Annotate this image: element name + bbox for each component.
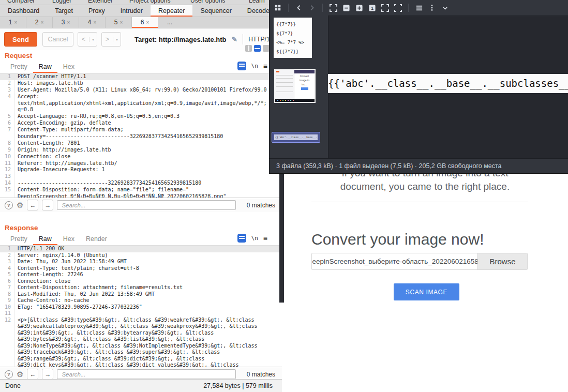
editor-row[interactable]: 3User-Agent: Mozilla/5.0 (X11; Linux x86…	[0, 87, 282, 94]
tab-pretty[interactable]: Pretty	[5, 233, 33, 245]
close-icon[interactable]: ×	[119, 20, 123, 25]
chevron-down-icon[interactable]: ▾	[89, 37, 97, 42]
prev-request-button[interactable]: < ▾	[78, 32, 97, 47]
tab-hex[interactable]: Hex	[57, 233, 80, 245]
tab-project-options[interactable]: Project options	[129, 0, 170, 4]
tab-dashboard[interactable]: Dashboard	[0, 5, 47, 17]
editor-row[interactable]: 9Cache-Control: no-cache	[0, 297, 282, 304]
editor-row[interactable]: 5Content-Length: 27246	[0, 272, 282, 278]
editor-row[interactable]: 4Accept:	[0, 94, 282, 100]
repeater-more-tabs[interactable]: ...	[158, 17, 181, 28]
editor-row[interactable]: 11	[0, 310, 282, 317]
tab-logger[interactable]: Logger	[52, 0, 71, 4]
tab-proxy[interactable]: Proxy	[81, 5, 113, 17]
tab-repeater[interactable]: Repeater	[151, 5, 192, 17]
editor-row[interactable]: 4Content-Type: text/plain; charset=utf-8	[0, 265, 282, 272]
help-icon[interactable]: ?	[5, 370, 13, 379]
close-icon[interactable]: ×	[146, 20, 149, 25]
gear-icon[interactable]: ⚙	[17, 201, 23, 209]
editor-row[interactable]: 10Connection: close	[0, 154, 282, 160]
editor-row[interactable]: 7Content-Disposition: attachment; filena…	[0, 284, 282, 291]
search-next-button[interactable]: →	[42, 369, 53, 380]
tab-render[interactable]: Render	[80, 233, 113, 245]
frameless-icon[interactable]	[394, 4, 402, 12]
list-rows-icon[interactable]	[415, 4, 423, 12]
tab-raw[interactable]: Raw	[33, 61, 57, 73]
repeater-tab-6[interactable]: 6×	[132, 17, 158, 28]
http-version-selector[interactable]: HTTP/1	[248, 36, 270, 43]
tab-raw[interactable]: Raw	[33, 233, 57, 245]
tab-target[interactable]: Target	[47, 5, 81, 17]
search-prev-button[interactable]: ←	[27, 369, 38, 380]
editor-row[interactable]: 10ETag: "1654178329.90895-27246-37703223…	[0, 304, 282, 311]
editor-row[interactable]: 2Host: images.late.htb	[0, 80, 282, 87]
search-input[interactable]	[57, 369, 236, 379]
chevron-down-icon[interactable]	[441, 4, 449, 12]
more-icon[interactable]	[428, 4, 436, 12]
editor-row[interactable]: 11Referer: http://images.late.htb/	[0, 160, 282, 167]
close-icon[interactable]: ×	[67, 20, 70, 25]
editor-row[interactable]: 8Last-Modified: Thu, 02 Jun 2022 13:58:4…	[0, 291, 282, 298]
newline-toggle-icon[interactable]: \n	[251, 63, 258, 69]
repeater-tab-4[interactable]: 4×	[79, 17, 106, 28]
search-input[interactable]	[57, 200, 236, 210]
thumbnail-selected-payload-strip[interactable]: {{'abc'.__class__.__base__.__subclasses_…	[272, 132, 320, 143]
editor-row[interactable]: 1POST /scanner HTTP/1.1	[0, 73, 282, 80]
tab-intruder[interactable]: Intruder	[113, 5, 151, 17]
editor-row[interactable]: 1HTTP/1.1 200 OK	[0, 246, 282, 252]
zoom-in-icon[interactable]	[355, 4, 363, 12]
pencil-icon[interactable]: ✎	[232, 35, 238, 43]
editor-row[interactable]: text/html,application/xhtml+xml,applicat…	[0, 100, 282, 107]
forward-icon[interactable]	[308, 4, 316, 12]
fullscreen-icon[interactable]	[381, 4, 389, 12]
file-input-value[interactable]: DeepinScreenshot_выберите-область_202206…	[312, 253, 477, 269]
response-editor[interactable]: 1HTTP/1.1 200 OK2Server: nginx/1.14.0 (U…	[0, 245, 282, 367]
editor-row[interactable]: q=0.8	[0, 107, 282, 113]
editor-row[interactable]: 12Upgrade-Insecure-Requests: 1	[0, 167, 282, 173]
repeater-tab-3[interactable]: 3×	[53, 17, 79, 28]
close-icon[interactable]: ×	[40, 20, 43, 25]
file-upload-input[interactable]: DeepinScreenshot_выберите-область_202206…	[311, 253, 528, 270]
editor-menu-icon[interactable]: ≡	[263, 234, 267, 243]
search-next-button[interactable]: →	[42, 200, 53, 210]
thumbnail-ssti-payloads[interactable]: {{7*7}} ${7*7} <%= 7*7 %> ${{7*7}}	[274, 18, 312, 58]
repeater-tab-5[interactable]: 5×	[106, 17, 132, 28]
tab-comparer[interactable]: Comparer	[7, 0, 35, 4]
request-editor[interactable]: 1POST /scanner HTTP/1.12Host: images.lat…	[0, 73, 282, 198]
editor-row[interactable]: DeepinScreenshot_Ð²Ñ‹Ð±ÐµÑ€Ð¸Ñ‚Ðµ-Ð¾Ð±Ð»…	[0, 193, 282, 198]
editor-row[interactable]: &#39;range&#39;&gt;, &lt;class &#39;dict…	[0, 356, 282, 363]
gear-icon[interactable]: ⚙	[17, 370, 23, 378]
zoom-out-icon[interactable]	[342, 4, 350, 12]
thumbnails-grid-icon[interactable]	[274, 4, 282, 12]
editor-row[interactable]: 8Content-Length: 7801	[0, 140, 282, 147]
search-prev-button[interactable]: ←	[27, 200, 38, 210]
tab-pretty[interactable]: Pretty	[5, 61, 33, 73]
editor-row[interactable]: &#39;NoneType&#39;&gt;, &lt;class &#39;N…	[0, 343, 282, 350]
chevron-down-icon[interactable]: ▾	[113, 37, 121, 42]
close-icon[interactable]: ×	[14, 20, 17, 25]
tab-user-options[interactable]: User options	[190, 0, 225, 4]
editor-row[interactable]: &#39;int&#39;&gt;, &lt;class &#39;bytear…	[0, 330, 282, 337]
actual-size-icon[interactable]: 1	[368, 4, 376, 12]
editor-row[interactable]: 6Accept-Encoding: gzip, deflate	[0, 120, 282, 127]
main-image-preview[interactable]: {{'abc'.__class__.__base__.__subclasses_…	[328, 74, 568, 93]
editor-row[interactable]: 15Content-Disposition: form-data; name="…	[0, 187, 282, 193]
editor-row[interactable]: 13	[0, 173, 282, 180]
editor-row[interactable]: 5Accept-Language: ru-RU,ru;q=0.8,en-US;q…	[0, 113, 282, 120]
selection-highlight-icon[interactable]	[237, 62, 246, 70]
repeater-tab-2[interactable]: 2×	[26, 17, 53, 28]
send-button[interactable]: Send	[4, 32, 37, 47]
browse-button[interactable]: Browse	[477, 253, 527, 269]
tab-learn[interactable]: Learn	[249, 0, 265, 4]
help-icon[interactable]: ?	[5, 201, 13, 209]
tab-sequencer[interactable]: Sequencer	[192, 5, 239, 17]
newline-toggle-icon[interactable]: \n	[251, 235, 258, 242]
editor-row[interactable]: 7Content-Type: multipart/form-data;	[0, 127, 282, 133]
editor-row[interactable]: 12<p>[&lt;class &#39;type&#39;&gt;, &lt;…	[0, 317, 282, 324]
editor-row[interactable]: 9Origin: http://images.late.htb	[0, 147, 282, 154]
editor-row[interactable]: 3Date: Thu, 02 Jun 2022 13:58:49 GMT	[0, 259, 282, 265]
layout-rows-icon[interactable]	[254, 45, 261, 52]
editor-menu-icon[interactable]: ≡	[263, 62, 267, 70]
next-request-button[interactable]: > ▾	[101, 32, 121, 47]
editor-row[interactable]: &#39;bytes&#39;&gt;, &lt;class &#39;list…	[0, 336, 282, 343]
